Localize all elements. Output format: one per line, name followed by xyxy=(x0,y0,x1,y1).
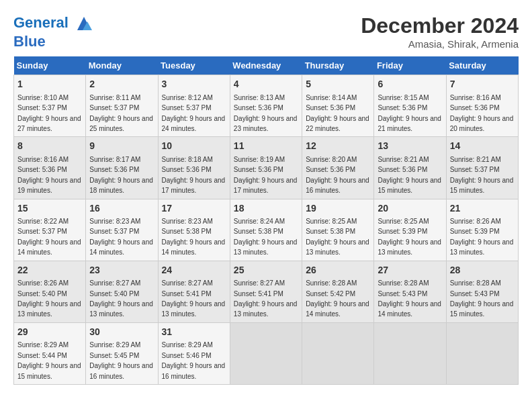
day-daylight: Daylight: 9 hours and 16 minutes. xyxy=(89,362,153,379)
calendar-header-row: Sunday Monday Tuesday Wednesday Thursday… xyxy=(14,56,519,75)
day-sunset: Sunset: 5:41 PM xyxy=(162,290,212,298)
day-daylight: Daylight: 9 hours and 13 minutes. xyxy=(17,300,81,318)
day-number: 17 xyxy=(162,202,226,216)
col-sunday: Sunday xyxy=(14,56,86,75)
calendar-day: 28 Sunrise: 8:28 AM Sunset: 5:43 PM Dayl… xyxy=(446,261,518,322)
day-sunrise: Sunrise: 8:29 AM xyxy=(162,341,213,349)
day-daylight: Daylight: 9 hours and 14 minutes. xyxy=(89,238,153,256)
calendar-day: 7 Sunrise: 8:16 AM Sunset: 5:36 PM Dayli… xyxy=(446,75,518,137)
day-daylight: Daylight: 9 hours and 13 minutes. xyxy=(234,238,298,256)
col-saturday: Saturday xyxy=(446,56,518,75)
day-sunset: Sunset: 5:42 PM xyxy=(306,290,355,298)
day-sunrise: Sunrise: 8:28 AM xyxy=(306,279,357,287)
day-sunrise: Sunrise: 8:17 AM xyxy=(89,156,140,163)
day-daylight: Daylight: 9 hours and 13 minutes. xyxy=(162,300,226,318)
day-sunrise: Sunrise: 8:12 AM xyxy=(162,94,213,101)
day-daylight: Daylight: 9 hours and 14 minutes. xyxy=(378,300,441,318)
day-number: 13 xyxy=(378,140,442,153)
day-number: 26 xyxy=(306,264,370,277)
calendar-day: 26 Sunrise: 8:28 AM Sunset: 5:42 PM Dayl… xyxy=(302,261,374,322)
calendar-week-row: 1 Sunrise: 8:10 AM Sunset: 5:37 PM Dayli… xyxy=(14,75,519,137)
day-sunrise: Sunrise: 8:14 AM xyxy=(306,94,357,101)
day-number: 7 xyxy=(450,78,515,91)
calendar-table: Sunday Monday Tuesday Wednesday Thursday… xyxy=(13,56,519,385)
day-number: 19 xyxy=(306,202,370,216)
day-sunrise: Sunrise: 8:21 AM xyxy=(450,156,501,163)
day-sunset: Sunset: 5:39 PM xyxy=(378,228,427,235)
day-number: 28 xyxy=(450,264,515,277)
day-daylight: Daylight: 9 hours and 23 minutes. xyxy=(234,115,298,132)
day-daylight: Daylight: 9 hours and 27 minutes. xyxy=(17,115,81,132)
day-number: 6 xyxy=(378,78,442,91)
day-sunset: Sunset: 5:40 PM xyxy=(17,290,67,298)
day-daylight: Daylight: 9 hours and 17 minutes. xyxy=(162,177,226,194)
calendar-day: 25 Sunrise: 8:27 AM Sunset: 5:41 PM Dayl… xyxy=(230,261,302,322)
day-sunset: Sunset: 5:36 PM xyxy=(234,166,283,173)
calendar-week-row: 22 Sunrise: 8:26 AM Sunset: 5:40 PM Dayl… xyxy=(14,261,519,322)
day-number: 5 xyxy=(306,78,370,91)
calendar-week-row: 8 Sunrise: 8:16 AM Sunset: 5:36 PM Dayli… xyxy=(14,137,519,199)
day-daylight: Daylight: 9 hours and 14 minutes. xyxy=(306,300,369,318)
day-sunrise: Sunrise: 8:27 AM xyxy=(162,279,213,287)
day-sunset: Sunset: 5:40 PM xyxy=(89,290,139,298)
day-daylight: Daylight: 9 hours and 19 minutes. xyxy=(17,177,81,194)
calendar-day: 1 Sunrise: 8:10 AM Sunset: 5:37 PM Dayli… xyxy=(14,75,86,137)
day-sunset: Sunset: 5:44 PM xyxy=(17,352,67,359)
day-sunset: Sunset: 5:39 PM xyxy=(450,228,500,235)
day-sunset: Sunset: 5:36 PM xyxy=(17,166,67,173)
day-daylight: Daylight: 9 hours and 17 minutes. xyxy=(234,177,298,194)
month-title: December 2024 xyxy=(361,13,519,38)
calendar-week-row: 29 Sunrise: 8:29 AM Sunset: 5:44 PM Dayl… xyxy=(14,322,519,384)
calendar-empty-day xyxy=(446,322,518,384)
day-sunrise: Sunrise: 8:11 AM xyxy=(89,94,140,101)
day-sunrise: Sunrise: 8:27 AM xyxy=(234,279,285,287)
day-sunset: Sunset: 5:37 PM xyxy=(89,228,139,235)
day-number: 23 xyxy=(89,264,154,277)
day-number: 8 xyxy=(17,140,82,153)
calendar-empty-day xyxy=(230,322,302,384)
page-header: General Blue December 2024 Amasia, Shira… xyxy=(13,13,519,50)
calendar-day: 6 Sunrise: 8:15 AM Sunset: 5:36 PM Dayli… xyxy=(374,75,446,137)
calendar-day: 11 Sunrise: 8:19 AM Sunset: 5:36 PM Dayl… xyxy=(230,137,302,199)
day-sunrise: Sunrise: 8:28 AM xyxy=(450,279,501,287)
day-sunset: Sunset: 5:36 PM xyxy=(378,104,427,111)
calendar-day: 10 Sunrise: 8:18 AM Sunset: 5:36 PM Dayl… xyxy=(158,137,230,199)
day-sunset: Sunset: 5:43 PM xyxy=(378,290,427,298)
col-tuesday: Tuesday xyxy=(158,56,230,75)
day-sunset: Sunset: 5:37 PM xyxy=(162,104,212,111)
calendar-day: 27 Sunrise: 8:28 AM Sunset: 5:43 PM Dayl… xyxy=(374,261,446,322)
logo: General Blue xyxy=(13,13,94,50)
day-daylight: Daylight: 9 hours and 22 minutes. xyxy=(306,115,369,132)
day-daylight: Daylight: 9 hours and 13 minutes. xyxy=(234,300,298,318)
day-number: 15 xyxy=(17,202,82,216)
day-number: 9 xyxy=(89,140,154,153)
day-sunrise: Sunrise: 8:10 AM xyxy=(17,94,69,101)
logo-general: General xyxy=(13,14,69,31)
day-daylight: Daylight: 9 hours and 24 minutes. xyxy=(162,115,226,132)
day-sunrise: Sunrise: 8:22 AM xyxy=(17,218,69,225)
calendar-day: 9 Sunrise: 8:17 AM Sunset: 5:36 PM Dayli… xyxy=(86,137,158,199)
calendar-day: 29 Sunrise: 8:29 AM Sunset: 5:44 PM Dayl… xyxy=(14,322,86,384)
calendar-day: 31 Sunrise: 8:29 AM Sunset: 5:46 PM Dayl… xyxy=(158,322,230,384)
col-friday: Friday xyxy=(374,56,446,75)
day-sunset: Sunset: 5:36 PM xyxy=(378,166,427,173)
day-sunrise: Sunrise: 8:26 AM xyxy=(17,279,69,287)
day-sunset: Sunset: 5:37 PM xyxy=(17,104,67,111)
calendar-empty-day xyxy=(374,322,446,384)
calendar-day: 13 Sunrise: 8:21 AM Sunset: 5:36 PM Dayl… xyxy=(374,137,446,199)
calendar-day: 14 Sunrise: 8:21 AM Sunset: 5:37 PM Dayl… xyxy=(446,137,518,199)
day-number: 14 xyxy=(450,140,515,153)
day-sunset: Sunset: 5:46 PM xyxy=(162,352,212,359)
day-sunrise: Sunrise: 8:21 AM xyxy=(378,156,429,163)
day-number: 10 xyxy=(162,140,226,153)
calendar-day: 16 Sunrise: 8:23 AM Sunset: 5:37 PM Dayl… xyxy=(86,199,158,261)
day-daylight: Daylight: 9 hours and 13 minutes. xyxy=(378,238,441,256)
day-sunset: Sunset: 5:36 PM xyxy=(306,104,355,111)
day-sunrise: Sunrise: 8:26 AM xyxy=(450,218,501,225)
day-number: 24 xyxy=(162,264,226,277)
day-number: 30 xyxy=(89,326,154,339)
day-daylight: Daylight: 9 hours and 13 minutes. xyxy=(306,238,369,256)
day-sunset: Sunset: 5:36 PM xyxy=(306,166,355,173)
day-sunset: Sunset: 5:37 PM xyxy=(450,166,500,173)
day-number: 27 xyxy=(378,264,442,277)
